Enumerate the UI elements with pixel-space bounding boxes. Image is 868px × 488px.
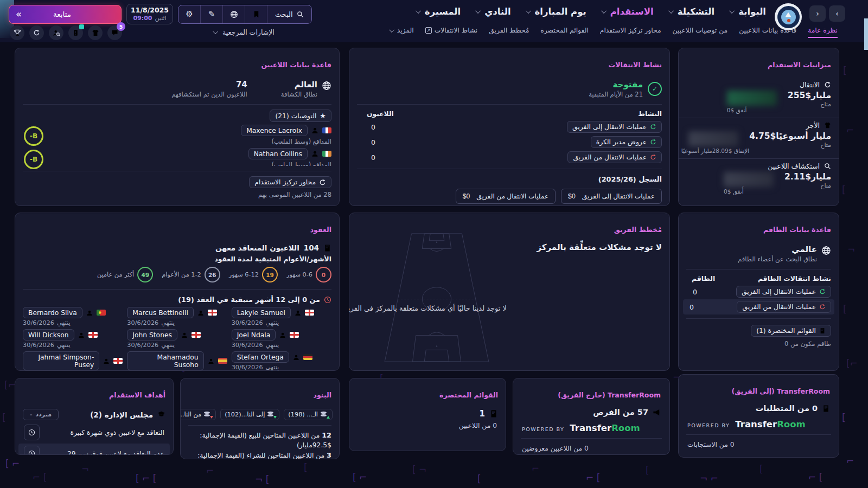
transferroom-in-panel: TransferRoom (إلى الفريق) 0 من المتطلبات… [678,374,839,458]
panel-title[interactable]: العقود [15,220,339,236]
tab-transfer-activity[interactable]: نشاط الانتقالات↗ [425,27,478,34]
player-name-chip[interactable]: Stefan Ortega [232,351,289,363]
staff-out-chip[interactable]: عمليات الانتقال من الفريق [737,301,831,313]
reports-button[interactable] [68,25,83,40]
panel-title[interactable]: قاعدة بيانات الطاقم [679,220,839,236]
continue-button[interactable]: « متابعة [9,5,122,24]
transfers-out-chip[interactable]: عمليات الانتقال من الفريق [567,151,662,163]
game-day: اثنين [155,15,166,22]
budget-scouting: استكشاف اللاعبين مليار$2.11متاح أُنفق $0 [679,159,839,199]
recommendations-button[interactable]: ★ التوصيات (21) [270,110,331,122]
legend-0-6: 0 [316,267,331,282]
player-name-chip[interactable]: Mahamadou Susoho [127,351,203,370]
panel-title[interactable]: البنود [181,386,339,401]
nav-career[interactable]: المسيرة [417,7,461,17]
panel-title[interactable]: أهداف الاستقدام [15,386,173,401]
player-name-chip[interactable]: John Stones [127,329,177,341]
requirements-count: 0 من المتطلبات [756,404,818,413]
clauses-to-club-tab[interactable]: إلى النا...(102) [220,409,279,420]
competition-button[interactable] [10,25,24,40]
kit-button[interactable] [88,25,103,40]
history-back-button[interactable]: ‹ [809,5,826,22]
bookmarks-dropdown[interactable]: الإشارات المرجعية [214,28,275,36]
bookmark-button[interactable] [245,5,267,23]
pitch-graphic [369,229,505,368]
panel-title[interactable]: القوائم المختصرة [349,386,506,401]
player-name-chip[interactable]: Will Dickson [23,329,74,341]
person-icon [279,332,286,338]
settings-button[interactable]: ⚙ [178,5,200,23]
tab-squad-planner[interactable]: مُخطط الفريق [489,27,529,34]
flag-icon [192,332,201,338]
player-name-chip[interactable]: Jahmai Simpson-Pusey [23,351,99,370]
contracted-count: 104 [304,243,319,252]
club-badge[interactable] [775,3,802,30]
clock-icon [324,296,331,304]
check-circle-icon: ✓ [648,82,662,96]
sync-out-icon [650,154,656,160]
sync-icon [33,29,40,36]
staff-shortlists-button[interactable]: القوائم المختصرة (1) [751,325,831,337]
responses-label: 0 من الاستجابات [679,439,839,451]
panel-title[interactable]: قاعدة بيانات اللاعبين [15,55,339,71]
staff-in-chip[interactable]: عمليات الانتقال إلى الفريق [736,286,831,298]
contract-player-cell: John Stones ينتهي30/6/2026 [127,329,227,349]
person-icon [181,332,188,338]
inbox-button[interactable]: 5 [107,25,122,40]
record-transfers-in-button[interactable]: عمليات الانتقال إلى الفريق $0 [561,189,662,204]
board-icon [157,410,165,419]
flag-icon [303,354,312,360]
tab-more[interactable]: المزيد [391,27,414,34]
contract-player-cell: Bernardo Silva ينتهي30/6/2026 [23,307,123,326]
panel-title[interactable]: نشاط الانتقالات [349,55,669,71]
nav-club[interactable]: النادي [477,7,510,17]
bookmarks-label: الإشارات المرجعية [222,28,275,36]
nav-recruitment[interactable]: الاستقدام [603,7,654,17]
panel-title[interactable]: TransferRoom (إلى الفريق) [679,382,839,396]
doc-icon [822,404,830,413]
nav-portal[interactable]: البوابة [731,7,766,17]
panel-title[interactable]: ميزانيات الاستقدام [679,55,839,71]
tab-player-recommendations[interactable]: من توصيات اللاعبين [673,27,728,34]
contract-player-cell: Stefan Ortega ينتهي30/6/2026 [232,351,331,371]
col-players: اللاعبون [357,110,394,118]
panel-title[interactable]: TransferRoom (خارج الفريق) [513,386,669,400]
tab-shortlists[interactable]: القوائم المختصرة [540,27,588,34]
refresh-button[interactable] [29,25,44,40]
history-clock-button[interactable] [24,446,40,455]
clauses-from-club-tab[interactable]: من النا...(96) [180,409,216,420]
player-name-chip[interactable]: Marcus Bettinelli [127,307,193,318]
nav-squad[interactable]: التشكيلة [670,7,714,17]
player-name-chip[interactable]: Bernardo Silva [23,307,82,318]
tab-overview[interactable]: نظرة عامة [808,27,838,34]
quick-toolbar: ⚙ ✎ البحث [178,5,312,24]
powered-by-row: POWERED BY TransferRoom [513,418,669,434]
transfers-in-chip[interactable]: عمليات الانتقال إلى الفريق [567,121,662,133]
objective-row: التعاقد مع لاعبين ذوي شهرة كبيرة [18,422,170,442]
history-forward-button[interactable]: › [829,5,845,22]
player-name-chip[interactable]: Joel Ndala [232,329,276,341]
nav-matchday[interactable]: يوم المباراة [527,7,586,17]
search-box[interactable]: البحث [267,5,311,23]
dof-offers-chip[interactable]: عروض مدير الكرة [591,136,662,148]
history-clock-button[interactable] [24,425,40,440]
record-label: السجل (2025/26) [349,173,669,185]
player-name-chip[interactable]: Lakyle Samuel [232,307,291,318]
edit-button[interactable]: ✎ [200,5,222,23]
player-name-chip[interactable]: Nathan Collins [248,148,308,159]
staff-out-count: 0 [686,303,694,311]
staff-count-label: طاقم مكون من 0 [686,340,831,348]
scouting-button[interactable] [49,25,63,40]
player-name-chip[interactable]: Maxence Lacroix [241,125,308,136]
tab-recruitment-focuses[interactable]: محاور تركيز الاستقدام [600,27,661,34]
transfer-spent: أنفق $0 [727,107,788,113]
world-button[interactable] [222,5,245,23]
recruitment-focuses-button[interactable]: محاور تركيز الاستقدام [249,176,331,188]
scout-scope: العالم [281,80,317,89]
contract-player-cell: Joel Ndala ينتهي30/6/2026 [232,329,331,349]
date-widget[interactable]: 11/8/2025 اثنين09:00 [126,4,173,24]
clauses-all-tab[interactable]: الـ... (198) [284,409,333,420]
board-stance-tag[interactable]: متردد- [23,409,59,420]
budget-bar [727,91,777,106]
record-transfers-out-button[interactable]: عمليات الانتقال من الفريق $0 [456,189,556,204]
